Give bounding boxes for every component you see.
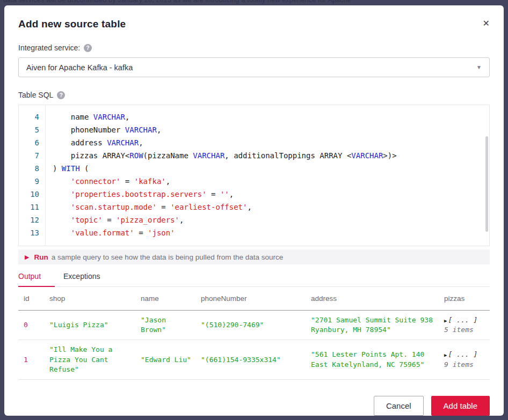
editor-scrollbar[interactable]: [485, 136, 488, 232]
dialog-footer: Cancel Add table: [4, 387, 504, 416]
code-text: address VARCHAR,: [45, 136, 143, 149]
dialog-title: Add new source table: [18, 18, 490, 30]
cell-address: "561 Lester Points Apt. 140 East Katelyn…: [307, 340, 440, 380]
line-number: 9: [19, 175, 45, 188]
column-header-id: id: [18, 287, 45, 311]
line-number: 7: [19, 149, 45, 162]
cell-shop: "Ill Make You a Pizza You Cant Refuse": [45, 340, 136, 380]
column-header-pizzas: pizzas: [440, 287, 490, 311]
table-row: 1"Ill Make You a Pizza You Cant Refuse""…: [18, 340, 490, 380]
dialog-header: Add new source table ✕: [4, 5, 504, 30]
chevron-down-icon: ▼: [476, 64, 482, 70]
play-icon[interactable]: ▶: [25, 254, 29, 261]
integrated-service-label-text: Integrated service:: [18, 43, 80, 52]
line-number: 12: [19, 213, 45, 226]
expand-arrow-icon[interactable]: ▶: [444, 352, 447, 358]
pizzas-item-count: 5 items: [444, 325, 485, 335]
line-number: 4: [19, 110, 45, 123]
run-link[interactable]: Run: [34, 253, 48, 261]
integrated-service-selected-value: Aiven for Apache Kafka - kafka: [26, 63, 133, 72]
code-line: 12 'topic' = 'pizza_orders',: [19, 213, 489, 226]
column-header-shop: shop: [45, 287, 136, 311]
close-icon[interactable]: ✕: [483, 19, 490, 28]
code-line: 4 name VARCHAR,: [19, 110, 489, 123]
code-line: 10 'properties.bootstrap.servers' = '',: [19, 188, 489, 201]
code-line: 9 'connector' = 'kafka',: [19, 175, 489, 188]
result-tabs: OutputExceptions: [18, 268, 490, 287]
table-sql-label-text: Table SQL: [18, 91, 53, 99]
table-sql-help-icon[interactable]: ?: [57, 91, 65, 99]
code-text: 'value.format' = 'json': [45, 226, 175, 239]
run-description: a sample query to see how the data is be…: [52, 253, 284, 261]
cell-pizzas: ▶[ ... ]9 items: [440, 340, 490, 380]
integrated-service-help-icon[interactable]: ?: [84, 44, 92, 52]
pizzas-collapsed-preview: [ ... ]: [448, 316, 477, 324]
cell-pizzas: ▶[ ... ]5 items: [440, 311, 490, 340]
code-line: 7 pizzas ARRAY<ROW(pizzaName VARCHAR, ad…: [19, 149, 489, 162]
run-query-bar: ▶ Run a sample query to see how the data…: [18, 249, 490, 264]
cell-id: 1: [18, 340, 45, 380]
cell-shop: "Luigis Pizza": [45, 311, 136, 340]
code-text: phoneNumber VARCHAR,: [45, 123, 161, 136]
integrated-service-select[interactable]: Aiven for Apache Kafka - kafka ▼: [18, 57, 490, 77]
code-line: 5 phoneNumber VARCHAR,: [19, 123, 489, 136]
cell-name: "Edward Liu": [136, 340, 197, 380]
line-number: 13: [19, 226, 45, 239]
cell-phoneNumber: "(661)154-9335x314": [197, 340, 307, 380]
backdrop-banner-text: data services will be discontinued by Ja…: [3, 0, 505, 5]
code-line: 11 'scan.startup.mode' = 'earliest-offse…: [19, 201, 489, 213]
code-text: 'properties.bootstrap.servers' = '',: [45, 188, 234, 201]
code-text: name VARCHAR,: [45, 110, 129, 123]
code-text: 'scan.startup.mode' = 'earliest-offset',: [45, 201, 252, 213]
line-number: 11: [19, 201, 45, 213]
line-number: 6: [19, 136, 45, 149]
column-header-phoneNumber: phoneNumber: [197, 287, 307, 311]
code-text: 'topic' = 'pizza_orders',: [45, 213, 184, 226]
tab-output[interactable]: Output: [18, 268, 55, 287]
table-sql-label: Table SQL ?: [18, 91, 490, 99]
code-line: 8) WITH (: [19, 162, 489, 175]
cell-id: 0: [18, 311, 45, 340]
tab-exceptions[interactable]: Exceptions: [63, 268, 114, 287]
code-text: pizzas ARRAY<ROW(pizzaName VARCHAR, addi…: [45, 149, 397, 162]
pizzas-collapsed-preview: [ ... ]: [448, 350, 477, 358]
code-line: 13 'value.format' = 'json': [19, 226, 489, 239]
cell-name: "Jason Brown": [136, 311, 197, 340]
output-table-body: 0"Luigis Pizza""Jason Brown""(510)290-74…: [18, 311, 490, 380]
table-row: 0"Luigis Pizza""Jason Brown""(510)290-74…: [18, 311, 490, 340]
column-header-name: name: [136, 287, 197, 311]
output-table: idshopnamephoneNumberaddresspizzas 0"Lui…: [18, 287, 490, 380]
code-text: ) WITH (: [45, 162, 89, 175]
output-table-header: idshopnamephoneNumberaddresspizzas: [18, 287, 490, 311]
add-source-table-dialog: Add new source table ✕ Integrated servic…: [4, 5, 504, 416]
column-header-address: address: [307, 287, 440, 311]
expand-arrow-icon[interactable]: ▶: [444, 318, 447, 323]
add-table-button[interactable]: Add table: [431, 396, 490, 416]
line-number: 5: [19, 123, 45, 136]
dialog-body: Integrated service: ? Aiven for Apache K…: [4, 30, 504, 387]
cancel-button[interactable]: Cancel: [374, 396, 424, 416]
editor-gutter-divider: [45, 105, 46, 246]
code-line: 6 address VARCHAR,: [19, 136, 489, 149]
code-text: 'connector' = 'kafka',: [45, 175, 170, 188]
cell-phoneNumber: "(510)290-7469": [197, 311, 307, 340]
line-number: 8: [19, 162, 45, 175]
cell-address: "2701 Samuel Summit Suite 938 Ryanbury, …: [307, 311, 440, 340]
pizzas-item-count: 9 items: [444, 360, 485, 370]
sql-code-editor[interactable]: 4 name VARCHAR,5 phoneNumber VARCHAR,6 a…: [18, 105, 490, 246]
integrated-service-label: Integrated service: ?: [18, 43, 490, 52]
line-number: 10: [19, 188, 45, 201]
